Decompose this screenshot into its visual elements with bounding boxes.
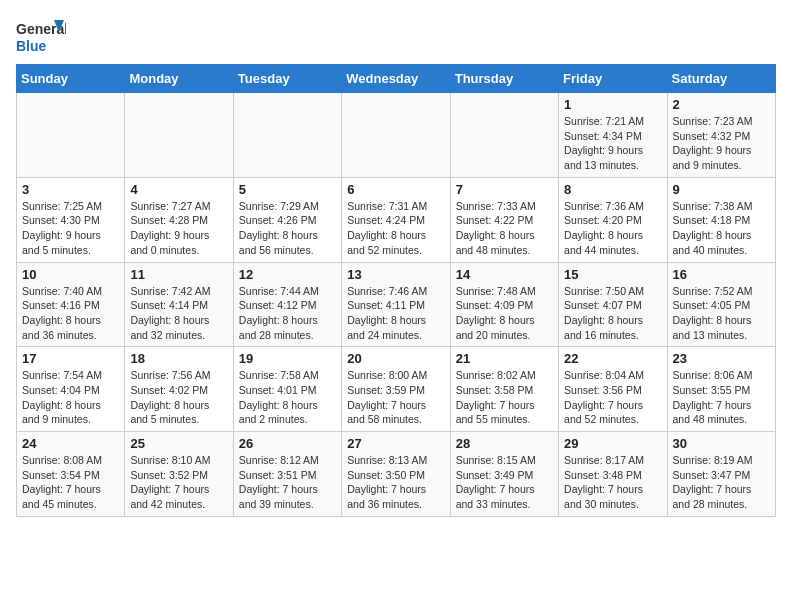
logo: GeneralBlue: [16, 16, 66, 56]
day-info: Sunrise: 7:46 AM Sunset: 4:11 PM Dayligh…: [347, 284, 444, 343]
day-number: 18: [130, 351, 227, 366]
calendar-cell: 11Sunrise: 7:42 AM Sunset: 4:14 PM Dayli…: [125, 262, 233, 347]
calendar-cell: 24Sunrise: 8:08 AM Sunset: 3:54 PM Dayli…: [17, 432, 125, 517]
day-number: 24: [22, 436, 119, 451]
day-info: Sunrise: 7:42 AM Sunset: 4:14 PM Dayligh…: [130, 284, 227, 343]
calendar-cell: [342, 93, 450, 178]
calendar-cell: 4Sunrise: 7:27 AM Sunset: 4:28 PM Daylig…: [125, 177, 233, 262]
day-number: 11: [130, 267, 227, 282]
day-info: Sunrise: 7:44 AM Sunset: 4:12 PM Dayligh…: [239, 284, 336, 343]
calendar-cell: 25Sunrise: 8:10 AM Sunset: 3:52 PM Dayli…: [125, 432, 233, 517]
calendar-cell: 13Sunrise: 7:46 AM Sunset: 4:11 PM Dayli…: [342, 262, 450, 347]
day-info: Sunrise: 8:12 AM Sunset: 3:51 PM Dayligh…: [239, 453, 336, 512]
day-number: 28: [456, 436, 553, 451]
day-info: Sunrise: 7:58 AM Sunset: 4:01 PM Dayligh…: [239, 368, 336, 427]
day-header-sunday: Sunday: [17, 65, 125, 93]
calendar-cell: 17Sunrise: 7:54 AM Sunset: 4:04 PM Dayli…: [17, 347, 125, 432]
day-info: Sunrise: 7:38 AM Sunset: 4:18 PM Dayligh…: [673, 199, 770, 258]
calendar-cell: 1Sunrise: 7:21 AM Sunset: 4:34 PM Daylig…: [559, 93, 667, 178]
calendar-cell: [450, 93, 558, 178]
calendar-cell: 18Sunrise: 7:56 AM Sunset: 4:02 PM Dayli…: [125, 347, 233, 432]
day-info: Sunrise: 7:27 AM Sunset: 4:28 PM Dayligh…: [130, 199, 227, 258]
day-number: 16: [673, 267, 770, 282]
day-info: Sunrise: 7:50 AM Sunset: 4:07 PM Dayligh…: [564, 284, 661, 343]
calendar-cell: 29Sunrise: 8:17 AM Sunset: 3:48 PM Dayli…: [559, 432, 667, 517]
day-header-tuesday: Tuesday: [233, 65, 341, 93]
day-number: 4: [130, 182, 227, 197]
calendar-cell: 20Sunrise: 8:00 AM Sunset: 3:59 PM Dayli…: [342, 347, 450, 432]
day-info: Sunrise: 7:25 AM Sunset: 4:30 PM Dayligh…: [22, 199, 119, 258]
day-info: Sunrise: 8:02 AM Sunset: 3:58 PM Dayligh…: [456, 368, 553, 427]
calendar-cell: 10Sunrise: 7:40 AM Sunset: 4:16 PM Dayli…: [17, 262, 125, 347]
day-info: Sunrise: 7:23 AM Sunset: 4:32 PM Dayligh…: [673, 114, 770, 173]
day-number: 22: [564, 351, 661, 366]
calendar-table: SundayMondayTuesdayWednesdayThursdayFrid…: [16, 64, 776, 517]
day-number: 3: [22, 182, 119, 197]
calendar-cell: 30Sunrise: 8:19 AM Sunset: 3:47 PM Dayli…: [667, 432, 775, 517]
day-info: Sunrise: 7:52 AM Sunset: 4:05 PM Dayligh…: [673, 284, 770, 343]
header: GeneralBlue: [16, 16, 776, 56]
calendar-cell: 3Sunrise: 7:25 AM Sunset: 4:30 PM Daylig…: [17, 177, 125, 262]
calendar-cell: 15Sunrise: 7:50 AM Sunset: 4:07 PM Dayli…: [559, 262, 667, 347]
calendar-cell: 6Sunrise: 7:31 AM Sunset: 4:24 PM Daylig…: [342, 177, 450, 262]
day-number: 12: [239, 267, 336, 282]
day-header-friday: Friday: [559, 65, 667, 93]
calendar-cell: 2Sunrise: 7:23 AM Sunset: 4:32 PM Daylig…: [667, 93, 775, 178]
day-info: Sunrise: 7:56 AM Sunset: 4:02 PM Dayligh…: [130, 368, 227, 427]
calendar-header-row: SundayMondayTuesdayWednesdayThursdayFrid…: [17, 65, 776, 93]
day-number: 8: [564, 182, 661, 197]
calendar-cell: 7Sunrise: 7:33 AM Sunset: 4:22 PM Daylig…: [450, 177, 558, 262]
day-number: 17: [22, 351, 119, 366]
calendar-cell: [233, 93, 341, 178]
calendar-cell: 26Sunrise: 8:12 AM Sunset: 3:51 PM Dayli…: [233, 432, 341, 517]
svg-text:Blue: Blue: [16, 38, 47, 54]
calendar-cell: 8Sunrise: 7:36 AM Sunset: 4:20 PM Daylig…: [559, 177, 667, 262]
day-info: Sunrise: 8:17 AM Sunset: 3:48 PM Dayligh…: [564, 453, 661, 512]
calendar-cell: 22Sunrise: 8:04 AM Sunset: 3:56 PM Dayli…: [559, 347, 667, 432]
calendar-cell: [17, 93, 125, 178]
calendar-cell: 9Sunrise: 7:38 AM Sunset: 4:18 PM Daylig…: [667, 177, 775, 262]
day-header-thursday: Thursday: [450, 65, 558, 93]
calendar-cell: 23Sunrise: 8:06 AM Sunset: 3:55 PM Dayli…: [667, 347, 775, 432]
day-number: 27: [347, 436, 444, 451]
day-info: Sunrise: 8:10 AM Sunset: 3:52 PM Dayligh…: [130, 453, 227, 512]
day-number: 20: [347, 351, 444, 366]
day-header-monday: Monday: [125, 65, 233, 93]
day-number: 10: [22, 267, 119, 282]
day-number: 23: [673, 351, 770, 366]
day-info: Sunrise: 7:31 AM Sunset: 4:24 PM Dayligh…: [347, 199, 444, 258]
day-info: Sunrise: 7:48 AM Sunset: 4:09 PM Dayligh…: [456, 284, 553, 343]
day-number: 6: [347, 182, 444, 197]
day-info: Sunrise: 8:15 AM Sunset: 3:49 PM Dayligh…: [456, 453, 553, 512]
calendar-cell: 19Sunrise: 7:58 AM Sunset: 4:01 PM Dayli…: [233, 347, 341, 432]
day-number: 19: [239, 351, 336, 366]
day-header-wednesday: Wednesday: [342, 65, 450, 93]
day-info: Sunrise: 8:13 AM Sunset: 3:50 PM Dayligh…: [347, 453, 444, 512]
calendar-cell: 21Sunrise: 8:02 AM Sunset: 3:58 PM Dayli…: [450, 347, 558, 432]
day-number: 9: [673, 182, 770, 197]
calendar-cell: 12Sunrise: 7:44 AM Sunset: 4:12 PM Dayli…: [233, 262, 341, 347]
day-number: 7: [456, 182, 553, 197]
day-info: Sunrise: 7:33 AM Sunset: 4:22 PM Dayligh…: [456, 199, 553, 258]
calendar-cell: [125, 93, 233, 178]
day-info: Sunrise: 7:21 AM Sunset: 4:34 PM Dayligh…: [564, 114, 661, 173]
day-info: Sunrise: 8:06 AM Sunset: 3:55 PM Dayligh…: [673, 368, 770, 427]
day-number: 1: [564, 97, 661, 112]
calendar-cell: 16Sunrise: 7:52 AM Sunset: 4:05 PM Dayli…: [667, 262, 775, 347]
day-number: 29: [564, 436, 661, 451]
calendar-cell: 28Sunrise: 8:15 AM Sunset: 3:49 PM Dayli…: [450, 432, 558, 517]
day-info: Sunrise: 8:04 AM Sunset: 3:56 PM Dayligh…: [564, 368, 661, 427]
day-info: Sunrise: 8:00 AM Sunset: 3:59 PM Dayligh…: [347, 368, 444, 427]
day-info: Sunrise: 7:40 AM Sunset: 4:16 PM Dayligh…: [22, 284, 119, 343]
day-number: 14: [456, 267, 553, 282]
calendar-cell: 5Sunrise: 7:29 AM Sunset: 4:26 PM Daylig…: [233, 177, 341, 262]
calendar-cell: 14Sunrise: 7:48 AM Sunset: 4:09 PM Dayli…: [450, 262, 558, 347]
day-number: 26: [239, 436, 336, 451]
calendar-week-row: 3Sunrise: 7:25 AM Sunset: 4:30 PM Daylig…: [17, 177, 776, 262]
day-number: 25: [130, 436, 227, 451]
calendar-week-row: 17Sunrise: 7:54 AM Sunset: 4:04 PM Dayli…: [17, 347, 776, 432]
day-header-saturday: Saturday: [667, 65, 775, 93]
day-number: 2: [673, 97, 770, 112]
calendar-week-row: 10Sunrise: 7:40 AM Sunset: 4:16 PM Dayli…: [17, 262, 776, 347]
day-number: 21: [456, 351, 553, 366]
